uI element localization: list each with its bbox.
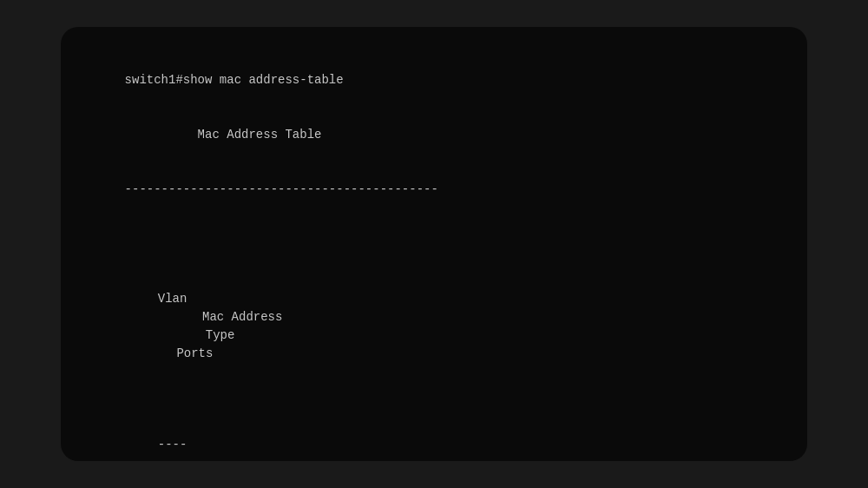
col-ports-header: Ports	[139, 345, 213, 363]
col-mac-header: Mac Address	[139, 308, 282, 326]
terminal-window: switch1#show mac address-table Mac Addre…	[61, 27, 807, 461]
col-sep-mac: ------------	[139, 454, 282, 461]
table-title: Mac Address Table	[125, 128, 322, 142]
command-prompt: switch1#show mac address-table	[125, 73, 344, 87]
col-vlan-header: Vlan	[139, 290, 187, 308]
col-sep-vlan: ----	[139, 436, 187, 454]
col-sep-line: ---- ------------ -------- -----	[95, 438, 282, 461]
col-header-line: Vlan Mac Address Type Ports	[95, 292, 282, 379]
top-separator: ----------------------------------------…	[125, 182, 438, 196]
col-type-header: Type	[139, 326, 234, 345]
terminal-content: switch1#show mac address-table Mac Addre…	[95, 53, 773, 461]
